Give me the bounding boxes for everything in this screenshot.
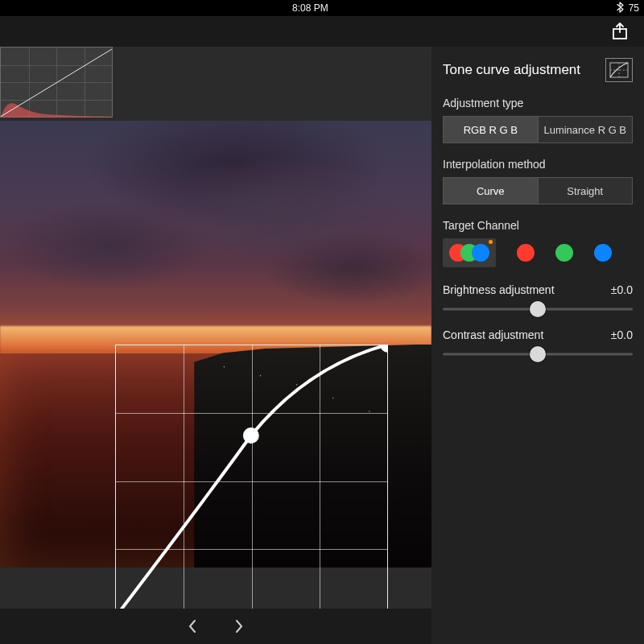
interpolation-straight-button[interactable]: Straight xyxy=(539,177,634,204)
tone-curve-icon[interactable] xyxy=(605,58,633,82)
next-button[interactable] xyxy=(232,619,246,634)
panel-title: Tone curve adjustment xyxy=(443,62,580,78)
curve-point-highlight[interactable] xyxy=(381,345,388,352)
prev-button[interactable] xyxy=(185,619,200,634)
target-channel-row xyxy=(443,238,633,267)
brightness-slider[interactable] xyxy=(443,301,633,317)
canvas-column xyxy=(0,47,431,644)
share-button[interactable] xyxy=(609,20,631,43)
interpolation-segmented: Curve Straight xyxy=(443,177,633,204)
contrast-value: ±0.0 xyxy=(611,328,633,341)
brightness-thumb[interactable] xyxy=(530,301,546,317)
interpolation-curve-button[interactable]: Curve xyxy=(443,177,539,204)
contrast-row: Contrast adjustment ±0.0 xyxy=(443,328,633,362)
target-channel-label: Target Channel xyxy=(443,219,633,232)
histogram-thumbnail[interactable] xyxy=(0,47,113,118)
adjustment-rgb-button[interactable]: RGB R G B xyxy=(443,116,539,143)
adjustment-type-segmented: RGB R G B Luminance R G B xyxy=(443,116,633,143)
bluetooth-icon xyxy=(616,2,624,15)
channel-green-button[interactable] xyxy=(555,244,573,262)
brightness-row: Brightness adjustment ±0.0 xyxy=(443,283,633,317)
brightness-value: ±0.0 xyxy=(611,283,633,296)
channel-rgb-button[interactable] xyxy=(443,238,496,267)
contrast-label: Contrast adjustment xyxy=(443,328,543,341)
battery-text: 75 xyxy=(629,2,639,14)
interpolation-label: Interpolation method xyxy=(443,158,633,171)
nav-bar xyxy=(0,609,431,644)
adjustment-panel: Tone curve adjustment Adjustment type RG… xyxy=(431,47,644,644)
status-bar: 8:08 PM 75 xyxy=(0,0,644,16)
selected-indicator-icon xyxy=(489,240,493,244)
top-toolbar xyxy=(0,16,644,47)
adjustment-luminance-button[interactable]: Luminance R G B xyxy=(539,116,634,143)
brightness-label: Brightness adjustment xyxy=(443,283,555,296)
channel-blue-button[interactable] xyxy=(594,244,612,262)
contrast-slider[interactable] xyxy=(443,346,633,362)
tone-curve-editor[interactable] xyxy=(101,330,402,632)
adjustment-type-label: Adjustment type xyxy=(443,97,633,109)
curve-point-mid[interactable] xyxy=(244,428,259,444)
channel-red-button[interactable] xyxy=(517,244,535,262)
status-time: 8:08 PM xyxy=(292,2,328,14)
workspace: Tone curve adjustment Adjustment type RG… xyxy=(0,47,644,644)
contrast-thumb[interactable] xyxy=(530,346,546,362)
